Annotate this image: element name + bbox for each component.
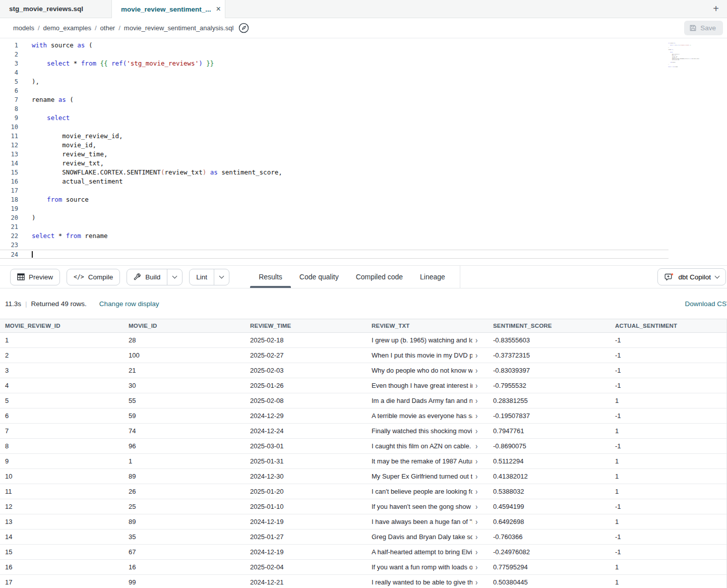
code-line: 4 xyxy=(0,68,727,77)
code-line: 12 movie_id, xyxy=(0,141,727,150)
query-duration: 11.3s xyxy=(5,300,21,308)
table-cell: 2025-02-03 xyxy=(245,367,367,374)
column-header[interactable]: SENTIMENT_SCORE xyxy=(488,323,610,329)
save-button[interactable]: Save xyxy=(684,21,723,35)
table-cell: 30 xyxy=(124,382,245,389)
code-line: 7rename as ( xyxy=(0,95,727,104)
table-cell: 8 xyxy=(0,442,124,450)
table-cell: 26 xyxy=(124,488,245,495)
lint-button[interactable]: Lint xyxy=(189,269,229,285)
chevron-down-icon xyxy=(172,273,177,278)
table-row: 3212025-02-03Why do people who do not kn… xyxy=(0,363,726,378)
table-cell: 16 xyxy=(0,563,124,571)
table-cell: 2025-01-10 xyxy=(245,503,367,510)
table-cell: 2024-12-24 xyxy=(245,427,367,435)
build-dropdown[interactable] xyxy=(167,269,182,285)
code-editor[interactable]: 1with source as (23 select * from {{ ref… xyxy=(0,38,727,265)
table-cell: -1 xyxy=(610,336,726,344)
expand-cell-icon[interactable]: › xyxy=(475,442,477,450)
expand-cell-icon[interactable]: › xyxy=(475,503,477,510)
column-header[interactable]: REVIEW_TXT xyxy=(367,323,488,329)
expand-cell-icon[interactable]: › xyxy=(475,488,477,495)
expand-cell-icon[interactable]: › xyxy=(475,336,477,344)
line-number: 15 xyxy=(0,168,18,177)
table-row: 6592024-12-29A terrible movie as everyon… xyxy=(0,408,726,424)
expand-cell-icon[interactable]: › xyxy=(475,548,477,556)
line-number: 21 xyxy=(0,222,18,231)
column-header[interactable]: MOVIE_REVIEW_ID xyxy=(0,323,124,329)
tab-lineage[interactable]: Lineage xyxy=(411,266,454,288)
expand-cell-icon[interactable]: › xyxy=(475,351,477,359)
expand-cell-icon[interactable]: › xyxy=(475,518,477,525)
expand-cell-icon[interactable]: › xyxy=(475,457,477,465)
code-line: 13 review_time, xyxy=(0,150,727,159)
lint-dropdown[interactable] xyxy=(214,269,229,285)
table-row: 10892024-12-30My Super Ex Girlfriend tur… xyxy=(0,469,726,484)
table-cell: 7 xyxy=(0,427,124,435)
line-number: 8 xyxy=(0,104,18,113)
column-header[interactable]: REVIEW_TIME xyxy=(245,323,367,329)
line-number: 10 xyxy=(0,123,18,132)
tab-compiled-code[interactable]: Compiled code xyxy=(347,266,411,288)
expand-cell-icon[interactable]: › xyxy=(475,533,477,541)
file-tab-stg-movie-reviews[interactable]: stg_movie_reviews.sql xyxy=(0,0,112,18)
expand-cell-icon[interactable]: › xyxy=(475,563,477,571)
table-cell: 99 xyxy=(124,578,245,586)
table-cell: 2025-01-27 xyxy=(245,533,367,541)
table-cell: 14 xyxy=(0,533,124,541)
save-floppy-icon xyxy=(689,24,697,32)
dbt-copilot-button[interactable]: dbt Copilot xyxy=(657,268,726,285)
table-cell: 28 xyxy=(124,336,245,344)
table-cell: 0.41382012 xyxy=(488,473,610,480)
table-cell: 2025-01-26 xyxy=(245,382,367,389)
column-header[interactable]: ACTUAL_SENTIMENT xyxy=(610,323,726,329)
change-row-display-link[interactable]: Change row display xyxy=(99,300,159,308)
expand-cell-icon[interactable]: › xyxy=(475,367,477,374)
table-cell: 0.7947761 xyxy=(488,427,610,435)
table-cell: -1 xyxy=(610,367,726,374)
review-txt-cell: I grew up (b. 1965) watching and lovin..… xyxy=(367,336,488,344)
line-number: 17 xyxy=(0,186,18,195)
download-csv-link[interactable]: Download CSV xyxy=(685,300,727,308)
expand-cell-icon[interactable]: › xyxy=(475,427,477,435)
expand-cell-icon[interactable]: › xyxy=(475,412,477,420)
line-number: 23 xyxy=(0,241,18,250)
expand-cell-icon[interactable]: › xyxy=(475,473,477,480)
code-line: 9 select xyxy=(0,113,727,123)
line-number: 7 xyxy=(0,95,18,104)
expand-cell-icon[interactable]: › xyxy=(475,382,477,389)
expand-cell-icon[interactable]: › xyxy=(475,578,477,586)
tab-code-quality[interactable]: Code quality xyxy=(291,266,347,288)
minimap[interactable]: with source as ( select * from {{ ref('s… xyxy=(667,42,708,74)
tab-results[interactable]: Results xyxy=(250,266,291,288)
new-tab-button[interactable]: + xyxy=(705,0,727,18)
table-cell: -0.760366 xyxy=(488,533,610,541)
preview-button[interactable]: Preview xyxy=(10,269,60,285)
review-txt-cell: A terrible movie as everyone has said. .… xyxy=(367,412,488,420)
table-cell: 100 xyxy=(124,351,245,359)
table-cell: -1 xyxy=(610,533,726,541)
copilot-compass-icon[interactable] xyxy=(238,23,249,33)
table-cell: 2024-12-30 xyxy=(245,473,367,480)
close-icon[interactable]: × xyxy=(216,5,221,13)
expand-cell-icon[interactable]: › xyxy=(475,397,477,404)
chevron-down-icon xyxy=(715,273,720,278)
line-number: 4 xyxy=(0,68,18,77)
build-button[interactable]: Build xyxy=(127,269,183,285)
table-cell: -1 xyxy=(610,548,726,556)
chevron-down-icon xyxy=(219,273,224,278)
table-cell: -0.7955532 xyxy=(488,382,610,389)
table-cell: 2024-12-19 xyxy=(245,518,367,525)
line-number: 3 xyxy=(0,59,18,68)
table-cell: 1 xyxy=(124,457,245,465)
table-cell: 0.6492698 xyxy=(488,518,610,525)
table-cell: 2024-12-19 xyxy=(245,548,367,556)
file-tab-label: stg_movie_reviews.sql xyxy=(9,5,83,13)
file-tab-movie-review-sentiment[interactable]: movie_review_sentiment_... × xyxy=(112,0,225,18)
code-line: 11 movie_review_id, xyxy=(0,132,727,141)
column-header[interactable]: MOVIE_ID xyxy=(124,323,245,329)
line-number: 22 xyxy=(0,231,18,241)
table-cell: 0.4594199 xyxy=(488,503,610,510)
review-txt-cell: My Super Ex Girlfriend turned out to b..… xyxy=(367,473,488,480)
compile-button[interactable]: </> Compile xyxy=(67,269,120,285)
